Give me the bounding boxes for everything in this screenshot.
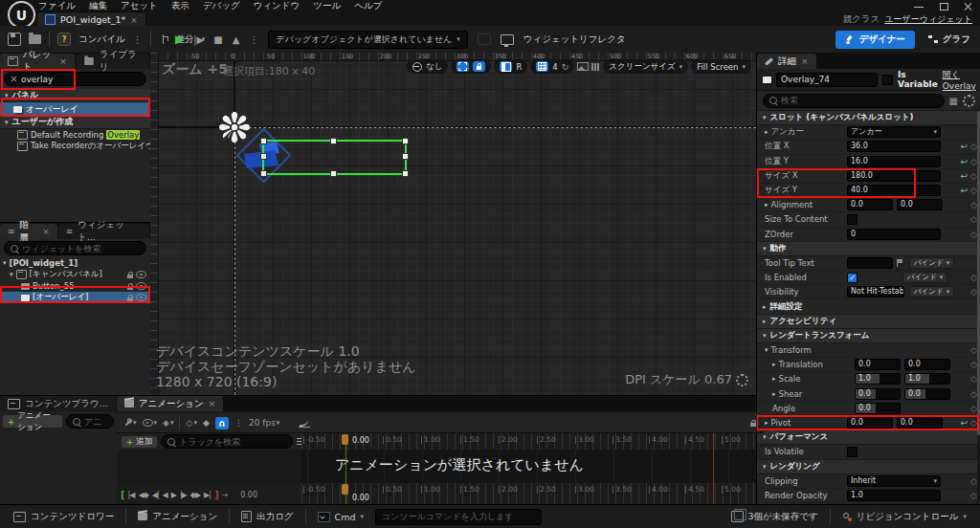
bind-diamond-icon[interactable]: ◇ — [970, 287, 977, 297]
open-overlay-link[interactable]: 開く Overlay — [943, 69, 976, 91]
browse-icon[interactable] — [29, 34, 41, 44]
section-rendering[interactable]: ▾ レンダリング — [757, 460, 980, 474]
animation-search-input[interactable] — [84, 417, 107, 427]
reset-icon[interactable]: ↩ — [961, 186, 969, 195]
preview-background-icon[interactable] — [577, 62, 589, 71]
scale-x-field[interactable]: 1.0 — [855, 373, 901, 385]
pivot-x-field[interactable]: 0.0 — [847, 417, 893, 429]
fill-screen-dropdown[interactable]: Fill Screen ▾ — [691, 59, 751, 74]
scale-y-field[interactable]: 1.0 — [904, 373, 950, 385]
set-end-button[interactable]: ] — [214, 490, 218, 500]
display-filter-icon[interactable]: ▦ — [949, 96, 958, 106]
clear-search-icon[interactable] — [11, 76, 17, 82]
asset-tab[interactable]: POI_widget_1* × — [36, 11, 146, 27]
grid-snap-button[interactable] — [536, 61, 548, 72]
flag-icon[interactable] — [897, 259, 904, 267]
curve-editor-button[interactable] — [299, 418, 310, 428]
snap-magnet-button[interactable]: ∩ — [215, 417, 229, 429]
playhead-marker-bottom[interactable] — [342, 484, 348, 495]
clipping-dropdown[interactable]: Inherit▾ — [847, 475, 941, 487]
previous-key-button[interactable]: ◀◆ — [138, 491, 147, 499]
expander-icon[interactable]: ▸ — [765, 419, 768, 427]
visibility-dropdown[interactable]: Not Hit-Testab▾ — [847, 286, 904, 297]
palette-section-panel[interactable]: ▾ パネル — [0, 89, 150, 102]
resize-handle-n[interactable] — [330, 138, 337, 144]
debug-object-dropdown[interactable]: デバッグオブジェクトが選択されていません ▾ — [268, 31, 467, 49]
menu-help[interactable]: ヘルプ — [354, 0, 382, 12]
reset-icon[interactable]: ↩ — [961, 157, 969, 166]
tab-palette[interactable]: パレット × — [0, 54, 75, 69]
designer-canvas[interactable]: -50 0 50 100 150 200 250 300 350 400 450… — [150, 53, 756, 395]
maximize-icon[interactable] — [938, 2, 949, 11]
minimize-icon[interactable] — [913, 2, 924, 11]
resize-handle-s[interactable] — [330, 170, 337, 177]
palette-search[interactable] — [4, 72, 146, 86]
menu-window[interactable]: ウィンドウ — [254, 0, 301, 12]
is-volatile-checkbox[interactable] — [847, 447, 858, 457]
is-enabled-checkbox[interactable]: ✓ — [847, 273, 858, 283]
bind-diamond-icon[interactable]: ◇ — [970, 360, 977, 369]
localization-preview-button[interactable]: なし — [407, 59, 448, 74]
screen-size-dropdown[interactable]: スクリーンサイズ ▾ — [603, 59, 688, 74]
expander-icon[interactable]: ▸ — [765, 128, 768, 136]
debug-browse-icon[interactable] — [478, 33, 491, 45]
pivot-y-field[interactable]: 0.0 — [897, 417, 943, 429]
bind-diamond-icon[interactable]: ◇ — [970, 374, 977, 384]
tab-close-icon[interactable]: × — [42, 227, 50, 236]
hierarchy-search[interactable] — [4, 241, 146, 255]
designer-button[interactable]: デザイナー — [835, 31, 914, 49]
lock-icon[interactable] — [127, 286, 133, 290]
hierarchy-row-canvas-panel[interactable]: ▾ [キャンバスパネル] — [0, 269, 150, 280]
outline-toggle-button[interactable] — [457, 61, 469, 72]
resize-handle-sw[interactable] — [260, 170, 267, 177]
section-advanced[interactable]: ▸ 詳細設定 — [757, 299, 980, 314]
loop-button[interactable]: → — [222, 491, 228, 499]
render-opacity-field[interactable]: 1.0 — [847, 490, 941, 501]
section-behavior[interactable]: ▾ 動作 — [757, 242, 980, 256]
cmd-dropdown[interactable]: Cmd ▾ — [312, 508, 369, 525]
position-x-field[interactable]: 36.0 — [847, 141, 941, 152]
palette-search-input[interactable] — [21, 75, 140, 84]
palette-item-default-recording-overlay[interactable]: Default Recording Overlay — [0, 129, 150, 141]
graph-button[interactable]: グラフ — [928, 33, 970, 46]
shear-y-field[interactable]: 0.0 — [904, 388, 950, 400]
visibility-eye-icon[interactable] — [136, 271, 146, 278]
console-input[interactable] — [375, 509, 542, 525]
translation-y-field[interactable]: 0.0 — [904, 359, 950, 370]
section-accessibility[interactable]: ▸ アクセシビリティ — [757, 315, 980, 329]
size-x-field[interactable]: 180.0 — [847, 170, 941, 182]
frame-skip-button[interactable]: |▶ — [193, 34, 204, 45]
visibility-eye-icon[interactable] — [136, 294, 146, 301]
is-variable-checkbox[interactable] — [882, 75, 893, 85]
compile-options-icon[interactable]: ⋮ — [133, 34, 143, 45]
selection-rect[interactable] — [262, 140, 407, 175]
save-icon[interactable] — [8, 33, 21, 46]
hierarchy-row-root[interactable]: ▾ [POI_widget_1] — [0, 257, 150, 269]
fps-dropdown[interactable]: 20 fps▾ — [249, 418, 279, 428]
set-start-button[interactable]: [ — [121, 490, 124, 500]
timeline-ruler-top[interactable]: -0.50 0.50 1.00 1.50 2.00 2.50 3.00 3.50… — [301, 433, 756, 450]
tab-details[interactable]: 詳細 × — [757, 54, 816, 69]
reset-icon[interactable]: ↩ — [961, 418, 969, 428]
tab-hierarchy[interactable]: ≡ 階層 × — [0, 224, 57, 239]
play-reverse-button[interactable]: ◀ — [163, 491, 167, 499]
visibility-bind-dropdown[interactable]: バインド▾ — [909, 286, 954, 297]
content-drawer-button[interactable]: コンテンツドロワー — [8, 508, 120, 525]
add-track-button[interactable]: + 追加 — [122, 436, 157, 448]
bind-diamond-icon[interactable]: ◇ — [970, 157, 977, 166]
zorder-field[interactable]: 0 — [847, 229, 941, 240]
tab-close-icon[interactable]: × — [59, 56, 67, 66]
section-slot[interactable]: ▾ スロット (キャンバスパネルスロット) — [757, 111, 980, 125]
visibility-eye-icon[interactable] — [136, 282, 146, 290]
hierarchy-row-button[interactable]: Button_55 — [0, 280, 150, 292]
play-button[interactable]: ▶ — [171, 491, 176, 499]
lock-icon[interactable] — [127, 297, 133, 301]
expander-icon[interactable]: ▾ — [765, 346, 768, 354]
tooltip-bind-dropdown[interactable]: バインド▾ — [909, 257, 954, 269]
resize-handle-se[interactable] — [402, 170, 409, 177]
section-render-transform[interactable]: ▾ レンダートランスフォーム — [757, 329, 980, 343]
tab-close-icon[interactable]: × — [801, 56, 809, 66]
tooltip-field[interactable] — [847, 257, 893, 269]
play-options-icon[interactable]: ⋮ — [249, 34, 258, 45]
section-performance[interactable]: ▾ パフォーマンス — [757, 430, 980, 445]
